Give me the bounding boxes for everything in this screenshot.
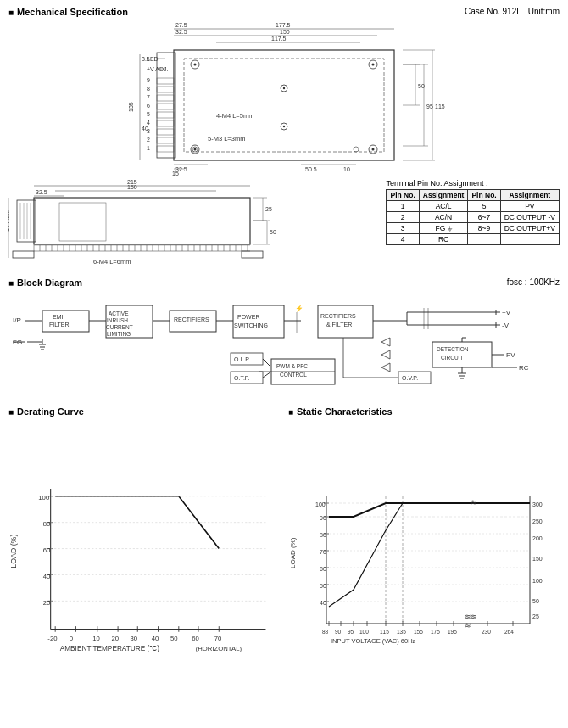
block-diagram-svg: I/P EMI FILTER FG ACTIVE INRUSH CURRENT … [8,291,560,401]
svg-text:4: 4 [147,120,150,126]
svg-text:95: 95 [348,629,354,635]
svg-text:I/P: I/P [13,316,21,324]
svg-rect-127 [13,251,34,258]
table-row: 1 AC/L 5 PV [387,201,560,212]
svg-text:(HORIZONTAL): (HORIZONTAL) [196,645,242,652]
svg-text:115: 115 [380,629,389,635]
svg-text:RECTIFIERS: RECTIFIERS [320,313,356,319]
mech-title: Mechanical Specification [8,7,128,17]
svg-rect-24 [157,87,174,92]
static-title: Static Characteristics [288,406,560,417]
svg-text:90: 90 [320,515,326,521]
svg-text:135: 135 [397,629,406,635]
svg-text:32.5: 32.5 [36,189,47,195]
svg-text:LOAD (%): LOAD (%) [289,537,297,568]
fosc-label: fosc : 100KHz [507,277,560,291]
svg-text:⚡: ⚡ [295,304,303,312]
svg-text:50: 50 [532,598,539,604]
pin-table-data: Pin No. Assignment Pin No. Assignment 1 … [386,189,560,245]
svg-text:25: 25 [532,613,539,619]
col-assignment-2: Assignment [500,190,559,201]
svg-text:5: 5 [147,111,150,117]
derating-chart: LOAD (%) 100 80 60 40 20 -20 0 [8,420,280,721]
svg-text:70: 70 [214,635,222,642]
svg-point-50 [283,126,285,127]
svg-text:50: 50 [270,229,276,235]
static-svg: LOAD (%) 100 90 80 70 60 50 40 [288,420,560,721]
svg-text:100: 100 [315,501,326,507]
svg-text:100: 100 [532,578,543,584]
svg-point-48 [283,87,285,89]
svg-text:155: 155 [414,629,423,635]
table-row: 4 RC [387,234,560,245]
svg-rect-81 [34,198,250,244]
svg-point-40 [194,64,197,66]
svg-text:40: 40 [152,635,159,642]
svg-text:60: 60 [320,566,326,572]
svg-marker-202 [381,338,390,346]
svg-text:50: 50 [320,583,326,589]
svg-text:RECTIFIERS: RECTIFIERS [174,316,209,322]
svg-rect-14 [174,50,394,160]
svg-text:AMBIENT TEMPERATURE (℃): AMBIENT TEMPERATURE (℃) [60,645,160,652]
svg-text:80: 80 [320,532,326,538]
derating-container: Derating Curve LOAD (%) 100 80 60 40 [8,406,280,721]
svg-rect-162 [233,305,284,338]
svg-text:DETECTION: DETECTION [437,346,469,352]
static-container: Static Characteristics LOAD (%) 100 90 [288,406,560,721]
svg-text:SWITCHING: SWITCHING [234,322,268,328]
svg-text:≋: ≋ [465,621,471,630]
svg-rect-30 [157,112,174,118]
svg-text:230: 230 [482,629,491,635]
svg-text:135: 135 [128,102,134,112]
side-view-svg: 215 150 32.5 [8,179,280,272]
svg-text:CONTROL: CONTROL [280,372,307,378]
svg-text:60: 60 [192,635,199,642]
svg-rect-128 [242,251,263,258]
svg-rect-28 [157,104,174,109]
svg-text:-V: -V [502,322,510,329]
svg-text:150: 150 [127,184,137,190]
svg-text:ACTIVE: ACTIVE [109,311,129,316]
svg-text:O.V.P.: O.V.P. [402,375,418,381]
case-info: Case No. 912L Unit:mm [465,7,560,16]
svg-text:115: 115 [435,104,445,109]
svg-rect-87 [59,203,106,241]
svg-text:+V: +V [502,309,511,316]
svg-text:100: 100 [38,494,49,501]
svg-rect-82 [17,200,36,242]
page: Mechanical Specification Case No. 912L U… [0,0,568,728]
svg-text:250: 250 [532,518,543,524]
svg-text:1: 1 [147,145,150,151]
svg-text:2: 2 [147,137,150,143]
svg-text:O.L.P.: O.L.P. [234,356,250,362]
svg-text:100: 100 [359,629,369,635]
top-view-diagram: 27.5 177.5 32.5 150 117.5 135 3.5 [114,20,454,177]
table-row: 3 FG ⏚ 8~9 DC OUTPUT+V [387,223,560,234]
svg-text:175: 175 [431,629,440,635]
svg-text:7: 7 [147,94,150,100]
svg-rect-22 [157,78,174,84]
svg-rect-34 [157,129,174,135]
svg-text:90: 90 [335,629,342,635]
pin-table-title: Terminal Pin No. Assignment : [386,179,560,188]
svg-text:FILTER: FILTER [49,322,70,328]
col-pin-no-2: Pin No. [468,190,500,201]
col-assignment-1: Assignment [419,190,468,201]
svg-text:LED: LED [147,56,159,62]
svg-text:RC: RC [519,364,529,372]
block-top-row: Block Diagram fosc : 100KHz [8,277,560,291]
svg-text:PV: PV [506,351,515,359]
svg-text:88: 88 [322,629,329,635]
svg-text:6: 6 [147,103,150,109]
svg-text:32.5: 32.5 [175,29,187,35]
svg-text:FG: FG [13,339,22,346]
svg-text:117.5: 117.5 [271,36,287,42]
charts-section: Derating Curve LOAD (%) 100 80 60 40 [8,406,560,721]
static-chart: LOAD (%) 100 90 80 70 60 50 40 [288,420,560,721]
side-view-diagram: 215 150 32.5 [8,179,280,272]
svg-text:177.5: 177.5 [276,22,291,28]
svg-text:70: 70 [320,549,326,555]
svg-text:14 max.: 14 max. [8,210,10,232]
svg-point-44 [194,148,197,151]
